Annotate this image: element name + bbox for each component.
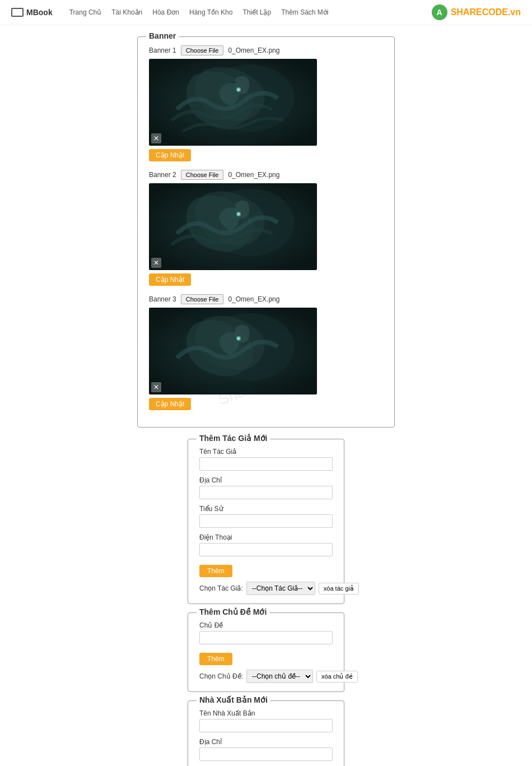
dia-chi-nxb-group: Địa Chỉ	[199, 738, 333, 761]
banner-2-filename: 0_Omen_EX.png	[228, 171, 279, 179]
banner-1-header: Banner 1 Choose File 0_Omen_EX.png	[149, 45, 383, 55]
chu-de-group: Chủ Đề	[199, 621, 333, 644]
svg-point-7	[237, 213, 240, 215]
banner-1-filename: 0_Omen_EX.png	[228, 47, 279, 54]
banner-section: Banner Banner 1 Choose File 0_Omen_EX.pn…	[137, 36, 395, 428]
nav-tai-khoan[interactable]: Tài Khoản	[111, 8, 142, 16]
banner-2-remove[interactable]: ✕	[151, 258, 161, 268]
main-content: Banner Banner 1 Choose File 0_Omen_EX.pn…	[0, 25, 532, 766]
ten-tac-gia-label: Tên Tác Giả	[199, 448, 333, 456]
dia-chi-tac-gia-label: Địa Chỉ	[199, 476, 333, 484]
nha-xuat-ban-section: Nhà Xuất Bản Mới Tên Nhà Xuất Bản Địa Ch…	[188, 700, 344, 766]
nav-thiet-lap[interactable]: Thiết Lập	[242, 8, 271, 16]
banner-item-2: Banner 2 Choose File 0_Omen_EX.png	[149, 170, 383, 286]
them-chu-de-title: Thêm Chủ Đề Mới	[197, 607, 269, 616]
brand-name: MBook	[26, 8, 53, 17]
banner-2-image: ✕	[149, 183, 317, 270]
banner-1-update-btn[interactable]: Cập Nhật	[149, 149, 191, 161]
chon-tac-gia-label: Chọn Tác Giả:	[199, 584, 243, 592]
nav-trang-chu[interactable]: Trang Chủ	[69, 8, 102, 16]
banner-3-header: Banner 3 Choose File 0_Omen_EX.png	[149, 294, 383, 304]
sharecode-logo: A SHARECODE.vn	[432, 4, 521, 20]
tieu-su-label: Tiểu Sử	[199, 505, 333, 513]
svg-point-3	[237, 89, 240, 91]
dia-chi-tac-gia-input[interactable]	[199, 486, 333, 499]
tieu-su-input[interactable]	[199, 514, 333, 528]
chon-tac-gia-select[interactable]: --Chọn Tác Giả--	[246, 582, 315, 595]
ten-tac-gia-input[interactable]	[199, 457, 333, 471]
dien-thoai-tac-gia-label: Điện Thoại	[199, 533, 333, 541]
ten-nxb-group: Tên Nhà Xuất Bản	[199, 709, 333, 732]
nha-xuat-ban-title: Nhà Xuất Bản Mới	[197, 695, 270, 704]
them-chu-de-section: Thêm Chủ Đề Mới Chủ Đề Thêm Chọn Chủ Đề:…	[188, 612, 344, 692]
chu-de-label: Chủ Đề	[199, 621, 333, 629]
ten-nxb-label: Tên Nhà Xuất Bản	[199, 709, 333, 717]
nav-hang-ton-kho[interactable]: Hàng Tồn Kho	[189, 8, 233, 16]
dia-chi-nxb-label: Địa Chỉ	[199, 738, 333, 746]
banner-2-header: Banner 2 Choose File 0_Omen_EX.png	[149, 170, 383, 180]
them-tac-gia-button[interactable]: Thêm	[199, 565, 232, 577]
banner-1-label: Banner 1	[149, 47, 176, 54]
banner-item-1: Banner 1 Choose File 0_Omen_EX.png	[149, 45, 383, 161]
chon-chu-de-label: Chọn Chủ Đề:	[199, 672, 243, 680]
navbar-menu: Trang Chủ Tài Khoản Hóa Đơn Hàng Tồn Kho…	[69, 8, 432, 16]
banner-3-label: Banner 3	[149, 295, 176, 303]
dien-thoai-tac-gia-group: Điện Thoại	[199, 533, 333, 556]
banner-1-remove[interactable]: ✕	[151, 133, 161, 143]
banner-3-update-btn[interactable]: Cập Nhật	[149, 398, 191, 410]
logo-icon: A	[432, 4, 447, 20]
banner-3-remove[interactable]: ✕	[151, 382, 161, 392]
svg-point-11	[237, 337, 240, 340]
xoa-chu-de-button[interactable]: xóa chủ đề	[316, 671, 358, 683]
chon-tac-gia-row: Chọn Tác Giả: --Chọn Tác Giả-- xóa tác g…	[199, 582, 333, 595]
nav-them-sach-moi[interactable]: Thêm Sách Mới	[281, 8, 328, 16]
chon-chu-de-row: Chọn Chủ Đề: --Chọn chủ đề-- xóa chủ đề	[199, 670, 333, 683]
them-chu-de-button[interactable]: Thêm	[199, 653, 232, 665]
dia-chi-nxb-input[interactable]	[199, 748, 333, 761]
banner-2-label: Banner 2	[149, 171, 176, 179]
nav-hoa-don[interactable]: Hóa Đơn	[152, 8, 179, 16]
ten-tac-gia-group: Tên Tác Giả	[199, 448, 333, 471]
banner-1-image: ✕	[149, 59, 317, 146]
banner-section-title: Banner	[146, 31, 179, 40]
them-tac-gia-section: Thêm Tác Giả Mới Tên Tác Giả Địa Chỉ Tiể…	[188, 439, 344, 604]
dia-chi-tac-gia-group: Địa Chỉ	[199, 476, 333, 499]
banner-2-choose-file[interactable]: Choose File	[181, 170, 224, 180]
book-icon	[11, 8, 24, 17]
xoa-tac-gia-button[interactable]: xóa tác giả	[319, 583, 359, 595]
tieu-su-group: Tiểu Sử	[199, 505, 333, 528]
ten-nxb-input[interactable]	[199, 719, 333, 732]
banner-2-update-btn[interactable]: Cập Nhật	[149, 273, 191, 286]
dien-thoai-tac-gia-input[interactable]	[199, 543, 333, 556]
banner-3-image: ✕	[149, 308, 317, 394]
navbar: MBook Trang Chủ Tài Khoản Hóa Đơn Hàng T…	[0, 0, 532, 25]
banner-item-3: Banner 3 Choose File 0_Omen_EX.png	[149, 294, 383, 410]
logo-text: SHARECODE.vn	[451, 7, 521, 17]
banner-3-filename: 0_Omen_EX.png	[228, 295, 279, 303]
banner-3-choose-file[interactable]: Choose File	[181, 294, 224, 304]
brand-logo[interactable]: MBook	[11, 8, 53, 17]
chu-de-input[interactable]	[199, 631, 333, 644]
them-tac-gia-title: Thêm Tác Giả Mới	[197, 434, 270, 443]
chon-chu-de-select[interactable]: --Chọn chủ đề--	[246, 670, 313, 683]
banner-1-choose-file[interactable]: Choose File	[181, 45, 224, 55]
